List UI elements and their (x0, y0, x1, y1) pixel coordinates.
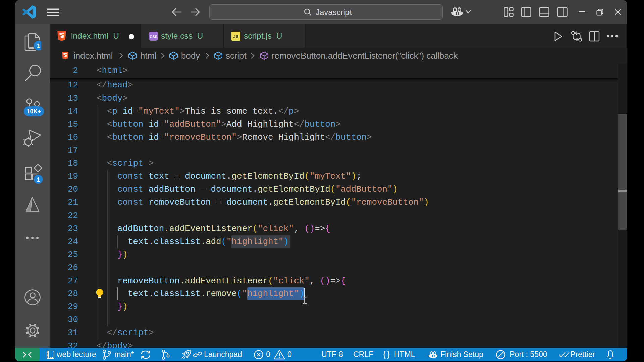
svg-text:1: 1 (37, 176, 40, 183)
svg-text:1: 1 (37, 42, 41, 49)
svg-text:CSS: CSS (150, 35, 157, 39)
svg-text:JS: JS (233, 34, 239, 39)
